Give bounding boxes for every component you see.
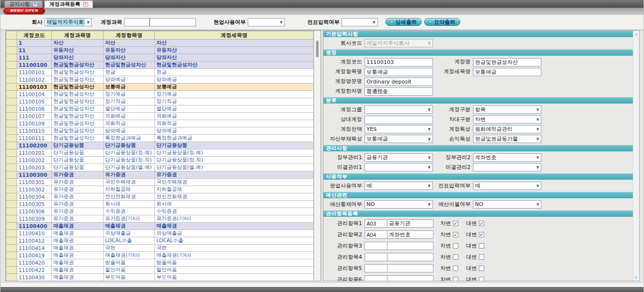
row-selector-cell[interactable] <box>6 40 17 47</box>
row-selector-cell[interactable] <box>6 215 17 223</box>
debit-checkbox[interactable] <box>453 266 458 271</box>
panel-scrollbar[interactable]: ∧ ∨ <box>633 31 639 281</box>
slip-entry-flag-select[interactable]: 예∨ <box>473 182 541 190</box>
table-row[interactable]: 11100410매출채권외상매출금외상매출금 <box>6 230 314 237</box>
table-row[interactable]: 11100302유가증권지하철공채지하철공채 <box>6 186 314 193</box>
row-selector-cell[interactable] <box>6 245 17 252</box>
account-code-filter-input[interactable] <box>124 18 150 26</box>
table-row[interactable]: 11100430매출채권부도어음부도어음 <box>6 274 314 281</box>
row-selector-cell[interactable] <box>6 186 17 193</box>
table-row[interactable]: 11100101현금및현금성자산현금현금 <box>6 69 314 76</box>
table-row[interactable]: 11100300유가증권유가증권유가증권 <box>6 171 314 179</box>
row-selector-cell[interactable] <box>6 76 17 83</box>
mgmt-item-code-field[interactable] <box>365 253 387 261</box>
table-row[interactable]: 11100109현금및현금성자산외화적금외화적금 <box>6 120 314 127</box>
table-row[interactable]: 11100111현금및현금성자산특정현금과예금특정현금과예금 <box>6 135 314 142</box>
field-use-flag-select[interactable]: 예∨ <box>365 182 433 190</box>
debit-checkbox[interactable] <box>453 277 458 281</box>
table-row[interactable]: 11100309유가증권유가증권(기타)유가증권(기타) <box>6 215 314 223</box>
mgmt-item-name-field[interactable] <box>387 275 433 281</box>
table-row[interactable]: 11100306유가증권수익증권수익증권 <box>6 208 314 215</box>
table-row[interactable]: 11100102현금및현금성자산당좌예금당좌예금 <box>6 76 314 83</box>
row-selector-cell[interactable] <box>6 135 17 142</box>
table-row[interactable]: 11100203단기금융상품단기금융상품(별.예)단기금융상품(별.예) <box>6 164 314 171</box>
col-header-name[interactable]: 계정과목명 <box>52 31 104 40</box>
row-selector-cell[interactable] <box>6 164 17 171</box>
debit-checkbox[interactable]: ✓ <box>453 232 458 237</box>
row-selector-cell[interactable] <box>6 267 17 274</box>
menu-open-button[interactable]: MENU OPEN <box>3 8 45 14</box>
row-selector-cell[interactable] <box>6 98 17 105</box>
table-row[interactable]: 11100201단기금융상품단기금융상품(정.예)단기금융상품(정.예) <box>6 149 314 157</box>
table-row[interactable]: 11100104현금및현금성자산정기예금정기예금 <box>6 91 314 98</box>
row-selector-cell[interactable] <box>6 113 17 120</box>
grid-scrollbar-thumb[interactable] <box>316 41 319 57</box>
tab-notice[interactable]: 공지사항 ✕ <box>4 0 43 8</box>
table-row[interactable]: 11100107현금및현금성자산외화예금외화예금 <box>6 113 314 120</box>
table-row[interactable]: 11100440매출채권수출대전수출대전 <box>6 281 314 282</box>
col-header-item[interactable]: 계정항목명 <box>104 31 155 40</box>
table-row[interactable]: 11100103현금및현금성자산보통예금보통예금 <box>6 83 314 91</box>
account-code-field[interactable] <box>365 58 433 66</box>
row-selector-cell[interactable] <box>6 105 17 113</box>
mgmt-item-name-field[interactable] <box>387 230 433 239</box>
row-selector-cell[interactable] <box>6 223 17 230</box>
credit-checkbox[interactable]: ✓ <box>479 232 484 237</box>
account-name-field[interactable] <box>473 58 541 66</box>
mgmt-item-code-field[interactable] <box>365 275 387 281</box>
row-selector-cell[interactable] <box>6 47 17 54</box>
summary-print-button[interactable]: 요약출력 <box>424 18 460 26</box>
asset-liability-attribute-select[interactable]: 보통예금∨ <box>365 135 433 143</box>
row-selector-cell[interactable] <box>6 127 17 135</box>
mgmt-item-name-field[interactable] <box>387 253 433 261</box>
row-selector-cell[interactable] <box>6 83 17 91</box>
ledger-mgmt-2-select[interactable]: 계좌번호∨ <box>473 153 541 162</box>
detail-print-button[interactable]: 상세출력 <box>386 18 422 26</box>
mgmt-item-code-field[interactable] <box>365 230 387 239</box>
slip-entry-filter-select[interactable]: ∨ <box>342 18 378 26</box>
row-selector-cell[interactable] <box>6 91 17 98</box>
budget-control-flag-select[interactable]: NO∨ <box>365 200 433 209</box>
table-row[interactable]: 11100412매출채권LOCAL수출LOCAL수출 <box>6 237 314 245</box>
profit-loss-attribute-select[interactable]: 현금및현금등가물∨ <box>473 135 541 143</box>
row-selector-cell[interactable] <box>6 149 17 157</box>
table-row[interactable]: 11100414매출채권국판국판 <box>6 245 314 252</box>
account-detail-name-field[interactable] <box>473 68 541 76</box>
ledger-mgmt-1-select[interactable]: 금융기관∨ <box>365 153 433 162</box>
table-row[interactable]: 11100304유가증권전신전화채권전신전화채권 <box>6 193 314 201</box>
table-row[interactable]: 11100301유가증권국민주택채권국민주택채권 <box>6 179 314 186</box>
mgmt-item-name-field[interactable] <box>387 264 433 272</box>
credit-checkbox[interactable] <box>479 266 484 271</box>
row-selector-cell[interactable] <box>6 252 17 259</box>
credit-checkbox[interactable] <box>479 243 484 249</box>
account-name-filter-input[interactable] <box>150 18 196 26</box>
table-row[interactable]: 11유동자산유동자산유동자산 <box>6 47 314 54</box>
counter-account-field[interactable] <box>365 116 433 124</box>
grid-scrollbar[interactable] <box>314 31 321 281</box>
row-selector-cell[interactable] <box>6 201 17 208</box>
credit-checkbox[interactable] <box>479 277 484 281</box>
budget-carryover-flag-select[interactable]: NO∨ <box>473 200 541 209</box>
company-select[interactable]: 제일저지주식회사 ∨ <box>44 18 92 26</box>
row-selector-cell[interactable] <box>6 157 17 164</box>
row-selector-cell[interactable] <box>6 62 17 69</box>
table-row[interactable]: 11100105현금및현금성자산정기적금정기적금 <box>6 98 314 105</box>
table-row[interactable]: 11100305유가증권회사채회사채 <box>6 201 314 208</box>
table-row[interactable]: 11100400매출채권매출채권매출채권 <box>6 223 314 230</box>
field-use-filter-select[interactable]: ∨ <box>248 18 285 26</box>
mgmt-item-code-field[interactable] <box>365 219 387 228</box>
col-header-detail[interactable]: 계정세목명 <box>155 31 314 40</box>
credit-checkbox[interactable]: ✓ <box>479 221 484 226</box>
table-row[interactable]: 11100419매출채권매출채권(기타)매출채권(기타) <box>6 252 314 259</box>
mgmt-item-code-field[interactable] <box>365 264 387 272</box>
account-class-select[interactable]: 항목∨ <box>473 105 541 114</box>
row-selector-cell[interactable] <box>6 259 17 267</box>
account-balance-select[interactable]: YES∨ <box>365 125 433 133</box>
account-attribute-select[interactable]: 원화예적금관리∨ <box>473 125 541 133</box>
mgmt-item-name-field[interactable] <box>387 219 433 228</box>
row-selector-cell[interactable] <box>6 208 17 215</box>
credit-checkbox[interactable] <box>479 254 484 260</box>
mgmt-item-code-field[interactable] <box>365 242 387 250</box>
row-selector-cell[interactable] <box>6 281 17 282</box>
tab-close-icon[interactable]: ✕ <box>33 2 38 7</box>
